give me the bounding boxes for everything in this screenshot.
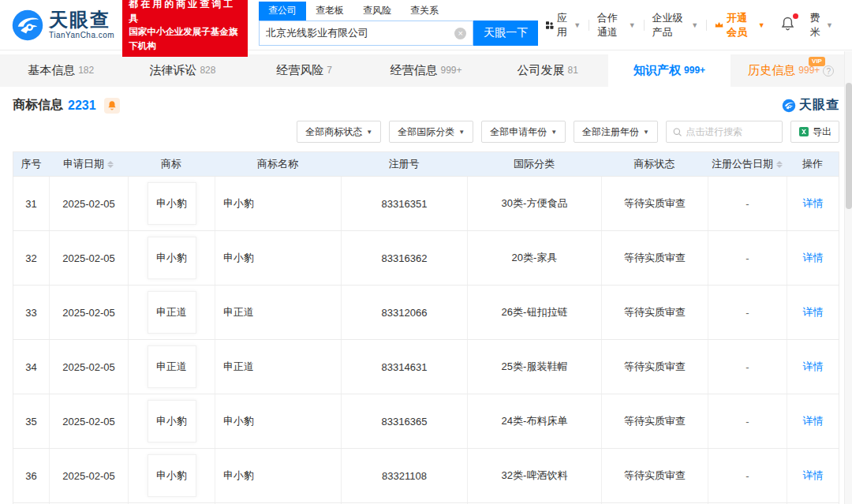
cell-pub-date: - — [708, 286, 787, 339]
detail-link[interactable]: 详情 — [803, 196, 824, 211]
cell-index: 33 — [13, 286, 49, 339]
table-search-box[interactable] — [666, 121, 783, 143]
cell-reg-number: 83321108 — [341, 449, 467, 502]
trademark-table: 序号 申请日期 商标 商标名称 注册号 国际分类 商标状态 注册公告日期 操作 … — [13, 151, 839, 504]
filter-apply-year[interactable]: 全部申请年份 ▼ — [481, 121, 566, 143]
cell-intl-class: 24类-布料床单 — [467, 394, 601, 448]
sort-icon[interactable] — [107, 161, 114, 168]
header-intl-class: 国际分类 — [467, 157, 601, 171]
cell-pub-date: - — [708, 394, 787, 448]
detail-link[interactable]: 详情 — [803, 305, 824, 319]
nav-vip[interactable]: 开通会员 ▼ — [707, 11, 773, 39]
bell-icon — [107, 100, 117, 110]
cell-mark-name: 申小豹 — [215, 449, 341, 502]
nav-enterprise[interactable]: 企业级产品 ▼ — [644, 11, 706, 39]
trademark-image[interactable]: 申小豹 — [148, 237, 196, 279]
clear-search-icon[interactable]: × — [454, 28, 466, 39]
caret-down-icon: ▼ — [758, 21, 765, 29]
cell-action: 详情 — [787, 449, 839, 502]
top-nav: 应用 ▼ 合作通道 ▼ 企业级产品 ▼ 开通会员 ▼ — [538, 11, 841, 39]
search-tab-risk[interactable]: 查风险 — [353, 2, 401, 21]
watermark-logo-text: 天眼查 — [799, 97, 839, 114]
tianyancha-logo[interactable]: 天眼查 TianYanCha.com — [11, 9, 114, 42]
vertical-scrollbar[interactable] — [844, 51, 852, 504]
search-tab-boss[interactable]: 查老板 — [306, 2, 353, 21]
logo-domain: TianYanCha.com — [49, 32, 114, 39]
cell-reg-number: 83316351 — [341, 177, 467, 230]
search-tabs: 查公司 查老板 查风险 查关系 — [259, 4, 538, 21]
cell-index: 31 — [13, 177, 49, 230]
trademark-image[interactable]: 申小豹 — [148, 400, 196, 442]
cell-mark-image: 申正道 — [128, 340, 215, 394]
nav-partner[interactable]: 合作通道 ▼ — [589, 11, 644, 39]
filter-intl-class[interactable]: 全部国际分类 ▼ — [389, 121, 473, 143]
tab-company-development[interactable]: 公司发展 81 — [487, 54, 608, 87]
table-row: 33 2025-02-05 申正道 申正道 83312066 26类-钮扣拉链 … — [13, 285, 839, 339]
help-icon[interactable]: ? — [823, 65, 834, 77]
nav-partner-label: 合作通道 — [597, 11, 626, 39]
cell-mark-image: 申正道 — [128, 286, 215, 339]
export-button[interactable]: 导出 — [790, 121, 839, 143]
cell-mark-name: 申小豹 — [215, 177, 341, 230]
cell-action: 详情 — [787, 394, 839, 448]
cell-mark-name: 申小豹 — [215, 394, 341, 448]
filter-trademark-status[interactable]: 全部商标状态 ▼ — [297, 121, 381, 143]
header-mark-name: 商标名称 — [215, 157, 341, 171]
search-button[interactable]: 天眼一下 — [473, 21, 538, 46]
company-search-input[interactable] — [266, 28, 454, 39]
trademark-image[interactable]: 申小豹 — [148, 182, 196, 225]
search-tab-relation[interactable]: 查关系 — [401, 2, 448, 21]
trademark-image[interactable]: 申正道 — [148, 291, 196, 334]
tab-intellectual-property[interactable]: 知识产权 999+ — [608, 54, 730, 87]
detail-link[interactable]: 详情 — [803, 414, 824, 428]
header-status: 商标状态 — [601, 157, 708, 171]
tianyancha-logo-icon — [782, 99, 796, 113]
cell-mark-image: 申小豹 — [128, 231, 215, 285]
cell-pub-date: - — [708, 177, 787, 230]
caret-down-icon: ▼ — [551, 129, 557, 136]
table-row: 32 2025-02-05 申小豹 申小豹 83316362 20类-家具 等待… — [13, 230, 839, 285]
search-block: 查公司 查老板 查风险 查关系 × 天眼一下 — [259, 4, 538, 46]
filter-register-year[interactable]: 全部注册年份 ▼ — [574, 121, 658, 143]
trademark-section-header: 商标信息 2231 天眼查 — [0, 87, 852, 117]
search-tab-company[interactable]: 查公司 — [259, 2, 306, 21]
nav-user[interactable]: 费米 ▼ — [802, 11, 841, 39]
table-row: 34 2025-02-05 申正道 申正道 83314631 25类-服装鞋帽 … — [13, 339, 839, 394]
tab-operating-risk[interactable]: 经营风险 7 — [244, 54, 365, 87]
trademark-image[interactable]: 申正道 — [148, 345, 196, 388]
table-row: 31 2025-02-05 申小豹 申小豹 83316351 30类-方便食品 … — [13, 176, 839, 230]
filter-toolbar: 全部商标状态 ▼ 全部国际分类 ▼ 全部申请年份 ▼ 全部注册年份 ▼ 导出 — [0, 117, 852, 151]
tab-history-info[interactable]: VIP 历史信息 999+ ? — [731, 54, 852, 87]
detail-link[interactable]: 详情 — [803, 251, 824, 265]
top-header: 天眼查 TianYanCha.com 都在用的商业查询工具 国家中小企业发展子基… — [0, 0, 852, 50]
caret-down-icon: ▼ — [458, 129, 465, 136]
trademark-image[interactable]: 申小豹 — [148, 454, 196, 497]
tab-basic-info[interactable]: 基本信息 182 — [0, 54, 121, 87]
promo-line1: 都在用的商业查询工具 — [129, 0, 241, 25]
cell-action: 详情 — [787, 177, 839, 230]
cell-intl-class: 26类-钮扣拉链 — [467, 286, 601, 339]
scrollbar-thumb[interactable] — [846, 83, 852, 209]
table-search-input[interactable] — [686, 126, 775, 137]
sort-icon[interactable] — [776, 161, 783, 168]
cell-intl-class: 32类-啤酒饮料 — [467, 449, 601, 502]
cell-mark-name: 申正道 — [215, 340, 341, 394]
detail-link[interactable]: 详情 — [803, 469, 824, 483]
trademark-table-body: 31 2025-02-05 申小豹 申小豹 83316351 30类-方便食品 … — [13, 176, 839, 502]
detail-link[interactable]: 详情 — [803, 360, 824, 374]
cell-reg-number: 83314631 — [341, 340, 467, 394]
caret-down-icon: ▼ — [574, 21, 581, 29]
cell-reg-number: 83316365 — [341, 394, 467, 448]
cell-pub-date: - — [708, 231, 787, 285]
subscribe-bell-chip[interactable] — [104, 98, 120, 114]
cell-mark-image: 申小豹 — [128, 394, 215, 448]
nav-apps-label: 应用 — [557, 11, 571, 39]
header-index: 序号 — [13, 157, 49, 171]
tab-operating-info[interactable]: 经营信息 999+ — [365, 54, 487, 87]
search-icon — [673, 127, 682, 137]
notification-bell[interactable] — [773, 17, 802, 33]
caret-down-icon: ▼ — [629, 21, 636, 29]
header-apply-date: 申请日期 — [49, 157, 128, 171]
nav-apps[interactable]: 应用 ▼ — [538, 11, 589, 39]
tab-legal[interactable]: 法律诉讼 828 — [121, 54, 243, 87]
